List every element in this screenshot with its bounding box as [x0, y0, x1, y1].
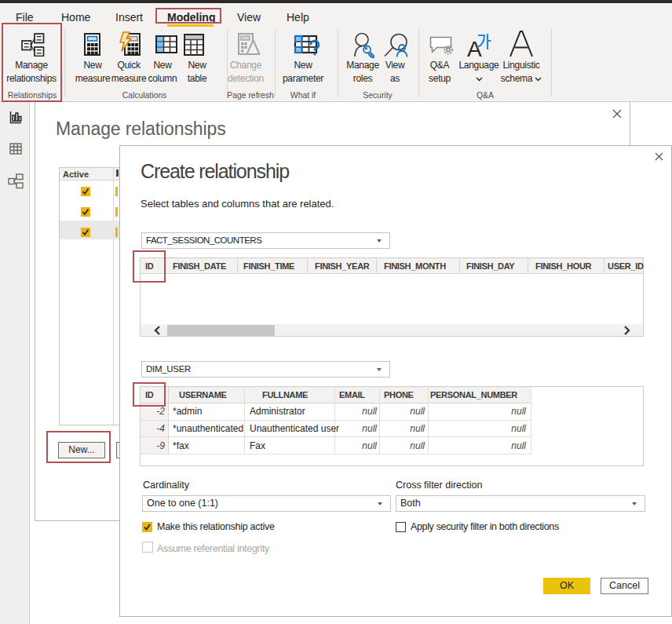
svg-text:A: A	[467, 37, 482, 57]
